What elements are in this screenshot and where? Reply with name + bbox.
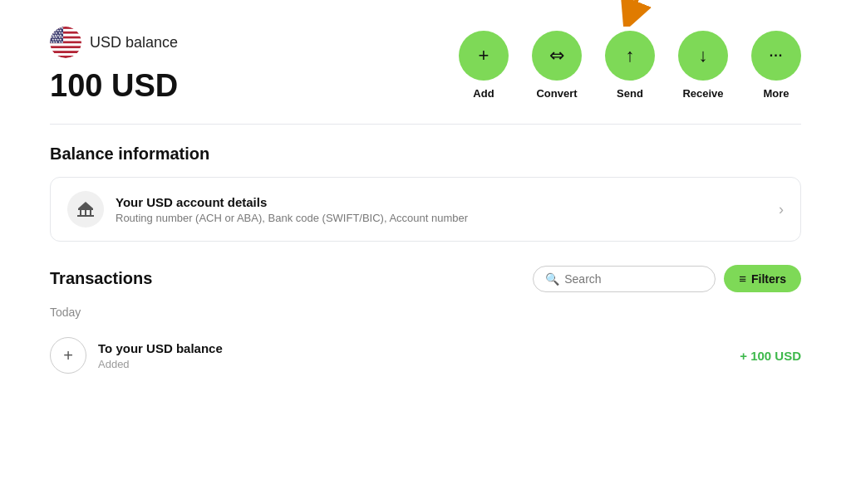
- transactions-title: Transactions: [50, 269, 152, 288]
- search-icon: 🔍: [545, 272, 559, 286]
- table-row[interactable]: + To your USD balance Added + 100 USD: [50, 327, 801, 384]
- search-bar[interactable]: 🔍: [533, 266, 716, 292]
- balance-info-section: Balance information Your USD account det: [50, 144, 801, 242]
- transaction-amount: + 100 USD: [740, 349, 801, 363]
- send-circle-icon: ↑: [605, 31, 655, 81]
- today-label: Today: [50, 306, 801, 319]
- receive-button[interactable]: ↓ Receive: [678, 31, 728, 100]
- transaction-subtitle: Added: [98, 358, 223, 370]
- transaction-icon: +: [50, 337, 86, 374]
- svg-rect-51: [85, 210, 86, 215]
- divider-1: [50, 124, 801, 125]
- receive-circle-icon: ↓: [678, 31, 728, 81]
- filters-button[interactable]: ≡ Filters: [724, 265, 801, 292]
- svg-rect-12: [50, 51, 81, 53]
- svg-rect-50: [80, 210, 81, 215]
- chevron-right-icon: ›: [779, 201, 784, 218]
- account-details-subtitle: Routing number (ACH or ABA), Bank code (…: [116, 212, 468, 224]
- convert-circle-icon: ⇔: [532, 31, 582, 81]
- transaction-title: To your USD balance: [98, 341, 223, 355]
- svg-text:★: ★: [61, 41, 64, 44]
- more-button[interactable]: ··· More: [751, 31, 801, 100]
- transaction-text: To your USD balance Added: [98, 341, 223, 370]
- transactions-section: Transactions 🔍 ≡ Filters Today + To your…: [50, 265, 801, 384]
- transactions-header: Transactions 🔍 ≡ Filters: [50, 265, 801, 292]
- search-input[interactable]: [564, 272, 703, 286]
- svg-rect-11: [50, 48, 81, 51]
- send-button[interactable]: ↑ Send: [605, 31, 655, 100]
- add-button[interactable]: + Add: [459, 31, 509, 100]
- more-circle-icon: ···: [751, 31, 801, 81]
- account-details-title: Your USD account details: [116, 195, 468, 209]
- svg-rect-13: [50, 53, 81, 56]
- balance-info-title: Balance information: [50, 144, 801, 164]
- filters-icon: ≡: [739, 272, 746, 286]
- action-buttons-group: + Add ⇔ Convert: [459, 31, 801, 100]
- us-flag-icon: ★★★★★ ★★★★ ★★★★★ ★★★★ ★★★★★ ★★★★ ★★★★★: [50, 27, 81, 58]
- arrow-indicator: [605, 0, 655, 30]
- add-circle-icon: +: [459, 31, 509, 81]
- account-details-card[interactable]: Your USD account details Routing number …: [50, 177, 801, 242]
- convert-label: Convert: [536, 87, 577, 100]
- search-filters-row: 🔍 ≡ Filters: [533, 265, 801, 292]
- balance-amount: 100 USD: [50, 68, 178, 104]
- svg-text:★: ★: [50, 27, 53, 30]
- currency-label: USD balance: [90, 34, 178, 51]
- account-details-left: Your USD account details Routing number …: [67, 191, 468, 228]
- more-label: More: [763, 87, 789, 100]
- convert-button[interactable]: ⇔ Convert: [532, 31, 582, 100]
- svg-rect-2: [50, 27, 81, 29]
- receive-label: Receive: [682, 87, 723, 100]
- account-details-text: Your USD account details Routing number …: [116, 195, 468, 224]
- svg-text:★: ★: [52, 27, 56, 30]
- svg-line-48: [630, 0, 647, 17]
- bank-icon: [67, 191, 104, 228]
- transaction-left: + To your USD balance Added: [50, 337, 223, 374]
- svg-rect-49: [78, 208, 93, 210]
- svg-rect-14: [50, 56, 81, 58]
- svg-rect-3: [50, 29, 81, 32]
- add-label: Add: [473, 87, 494, 100]
- svg-rect-53: [77, 215, 94, 217]
- send-label: Send: [617, 87, 643, 100]
- svg-rect-52: [90, 210, 91, 215]
- svg-rect-10: [50, 46, 81, 48]
- svg-marker-54: [78, 202, 93, 208]
- filters-label: Filters: [751, 272, 786, 286]
